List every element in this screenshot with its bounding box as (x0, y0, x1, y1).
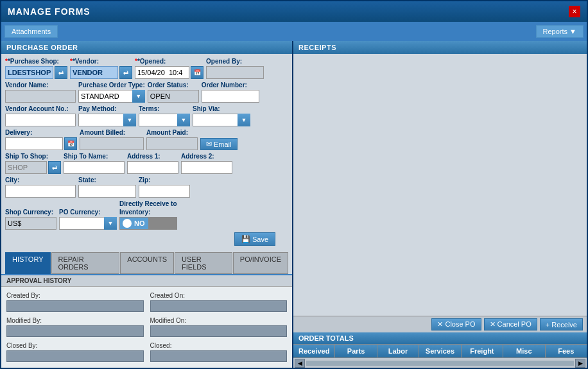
purchase-shop-input[interactable] (5, 66, 53, 79)
modified-by-label: Modified By: (6, 317, 144, 324)
history-sub-header: APPROVAL HISTORY (1, 275, 292, 287)
amount-paid-group: Amount Paid: ✉ Email (146, 129, 238, 150)
toggle-label: NO (134, 219, 145, 227)
ship-to-shop-input[interactable] (5, 161, 47, 174)
delivery-input[interactable] (5, 137, 63, 150)
amount-billed-label: Amount Billed: (80, 129, 144, 136)
closed-by-value (6, 350, 144, 362)
created-on-value (150, 300, 288, 312)
created-by-label: Created By: (6, 292, 144, 299)
city-group: City: (5, 176, 76, 198)
vendor-swap-button[interactable]: ⇄ (119, 66, 132, 79)
opened-by-input[interactable] (206, 66, 264, 79)
address2-group: Address 2: (181, 153, 232, 174)
cancel-po-button[interactable]: ✕ Cancel PO (484, 318, 537, 330)
vendor-account-input[interactable] (5, 114, 76, 126)
form-row-7: Shop Currency: PO Currency: ▼ Di (5, 200, 288, 230)
tab-repair-orders[interactable]: REPAIR ORDERS (51, 252, 120, 274)
horizontal-scrollbar[interactable]: ◀ ▶ (293, 357, 587, 368)
reports-button[interactable]: Reports ▼ (536, 25, 584, 38)
save-label: Save (252, 236, 268, 243)
totals-col-services[interactable]: Services (419, 345, 461, 357)
save-button[interactable]: 💾 Save (234, 232, 275, 246)
state-input[interactable] (78, 185, 136, 198)
delivery-calendar-button[interactable]: 📅 (64, 137, 77, 150)
address2-input[interactable] (181, 161, 232, 174)
zip-group: Zip: (139, 176, 190, 198)
vendor-name-group: Vendor Name: (5, 82, 76, 103)
order-totals-header: ORDER TOTALS (293, 332, 587, 344)
pay-method-group: Pay Method: ▼ (78, 105, 136, 126)
ship-via-select-wrapper: ▼ (193, 114, 250, 126)
totals-col-fees[interactable]: Fees (546, 345, 587, 357)
ship-to-shop-swap-button[interactable]: ⇄ (48, 161, 61, 174)
totals-col-misc[interactable]: Misc (503, 345, 545, 357)
form-row-2: Vendor Name: Purchase Order Type: STANDA… (5, 82, 288, 103)
opened-by-group: Opened By: (206, 58, 264, 79)
purchase-shop-group: *Purchase Shop: ⇄ (5, 58, 67, 79)
scroll-right-arrow[interactable]: ▶ (575, 359, 585, 368)
order-status-group: Order Status: (148, 82, 199, 103)
state-label: State: (78, 176, 136, 184)
totals-col-labor[interactable]: Labor (377, 345, 419, 357)
amount-paid-input[interactable] (146, 137, 198, 150)
po-type-group: Purchase Order Type: STANDARD ▼ (78, 82, 145, 103)
terms-group: Terms: ▼ (139, 105, 190, 126)
modified-by-value (6, 325, 144, 337)
vendor-input[interactable] (70, 66, 118, 79)
totals-col-freight[interactable]: Freight (462, 345, 503, 357)
state-group: State: (78, 176, 136, 198)
pay-method-label: Pay Method: (78, 105, 136, 112)
shop-currency-group: Shop Currency: (5, 209, 56, 230)
zip-label: Zip: (139, 176, 190, 184)
ship-to-name-label: Ship To Name: (64, 153, 125, 160)
opened-input[interactable] (135, 66, 189, 79)
order-number-input[interactable] (202, 90, 259, 103)
address2-label: Address 2: (181, 153, 232, 160)
amount-billed-input[interactable] (80, 137, 144, 150)
zip-input[interactable] (139, 185, 190, 198)
tab-po-invoice[interactable]: PO/INVOICE (233, 252, 288, 274)
closed-group: Closed: (150, 342, 288, 362)
order-status-label: Order Status: (148, 82, 199, 89)
order-totals-table: Received Parts Labor Services Freight Mi… (293, 344, 587, 357)
pay-method-select-wrapper: ▼ (78, 114, 136, 126)
delivery-group: Delivery: 📅 (5, 129, 77, 150)
vendor-group: *Vendor: ⇄ (70, 58, 132, 79)
receipts-content (293, 54, 587, 316)
ship-via-select[interactable] (193, 114, 250, 126)
po-type-select[interactable]: STANDARD (78, 90, 143, 103)
created-by-value (6, 300, 144, 312)
city-input[interactable] (5, 185, 76, 198)
receive-button[interactable]: + Receive (540, 318, 583, 330)
ship-to-shop-group: Ship To Shop: ⇄ (5, 153, 61, 174)
vendor-name-input[interactable] (5, 90, 76, 103)
po-currency-select-wrapper: ▼ (59, 217, 117, 230)
ship-to-name-input[interactable] (64, 161, 125, 174)
address1-input[interactable] (127, 161, 178, 174)
opened-group: *Opened: 📅 (135, 58, 203, 79)
scroll-track[interactable] (306, 361, 574, 366)
close-po-button[interactable]: ✕ Close PO (431, 318, 481, 330)
email-button[interactable]: ✉ Email (200, 138, 238, 150)
tab-accounts[interactable]: ACCOUNTS (120, 252, 174, 274)
tab-history[interactable]: HISTORY (5, 252, 51, 274)
po-currency-select[interactable] (59, 217, 117, 230)
close-button[interactable]: × (569, 6, 580, 17)
tab-user-fields[interactable]: USER FIELDS (175, 252, 232, 274)
totals-col-parts[interactable]: Parts (335, 345, 377, 357)
attachments-button[interactable]: Attachments (4, 25, 58, 38)
purchase-shop-swap-button[interactable]: ⇄ (55, 66, 67, 79)
left-panel: PURCHASE ORDER *Purchase Shop: ⇄ *Vendor… (1, 41, 293, 368)
directly-receive-toggle[interactable]: NO (119, 217, 177, 230)
order-status-input[interactable] (148, 90, 199, 103)
scroll-left-arrow[interactable]: ◀ (295, 359, 305, 368)
shop-currency-label: Shop Currency: (5, 209, 56, 216)
calendar-button[interactable]: 📅 (191, 66, 203, 79)
created-on-group: Created On: (150, 292, 288, 312)
terms-select[interactable] (139, 114, 190, 126)
vendor-input-group: ⇄ (70, 66, 132, 79)
shop-currency-input[interactable] (5, 217, 56, 230)
pay-method-select[interactable] (78, 114, 136, 126)
totals-col-received[interactable]: Received (293, 345, 335, 357)
